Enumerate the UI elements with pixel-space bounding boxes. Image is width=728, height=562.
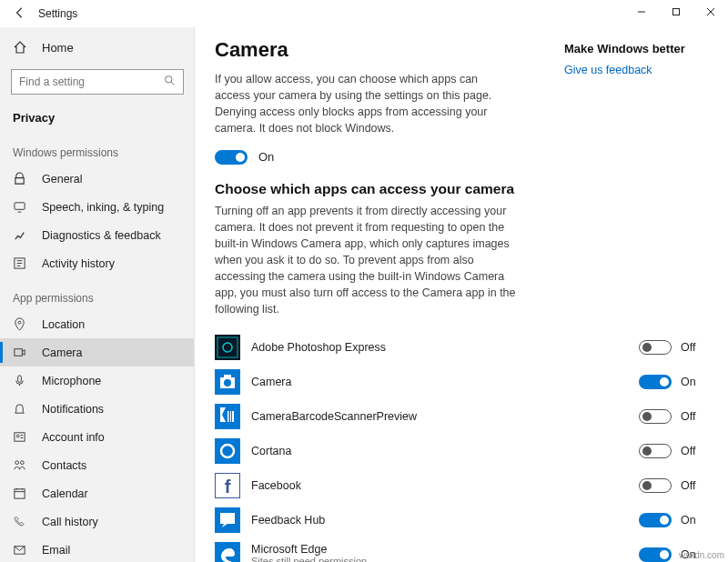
title-bar: Settings [0,0,728,27]
svg-point-13 [15,461,19,465]
svg-point-12 [16,435,19,437]
app-name: Cortana [251,445,630,457]
app-row: Adobe Photoshop ExpressOff [215,330,708,365]
speech-icon [13,200,29,214]
svg-point-4 [166,76,172,83]
svg-point-14 [20,461,24,465]
app-toggle[interactable] [639,444,672,458]
sidebar-item-label: Call history [42,516,98,528]
back-button[interactable] [7,6,33,22]
home-link[interactable]: Home [0,35,195,60]
app-name: CameraBarcodeScannerPreview [251,410,630,423]
sidebar-item-activity-history[interactable]: Activity history [0,249,195,277]
app-toggle-state: Off [681,341,708,354]
main-content: Camera If you allow access, you can choo… [195,27,728,562]
sidebar-item-contacts[interactable]: Contacts [0,451,195,479]
app-icon [215,507,240,533]
choose-apps-heading: Choose which apps can access your camera [215,181,708,197]
mic-icon [13,374,29,387]
svg-rect-1 [673,9,680,15]
svg-rect-27 [232,411,234,422]
sidebar-item-label: Speech, inking, & typing [42,201,164,214]
svg-rect-28 [215,438,240,464]
sidebar-item-label: General [42,173,82,186]
sidebar-item-microphone[interactable]: Microphone [0,366,195,395]
search-input[interactable] [19,75,164,88]
home-label: Home [42,41,74,55]
svg-rect-10 [18,376,22,383]
svg-rect-6 [15,203,25,210]
svg-rect-33 [220,513,235,524]
sidebar-item-label: Activity history [42,257,115,270]
app-name: Feedback Hub [251,514,630,527]
sidebar-item-location[interactable]: Location [0,310,195,338]
app-toggle[interactable] [639,478,672,493]
app-toggle-state: Off [681,479,708,492]
svg-rect-25 [228,411,229,422]
app-icon [215,404,240,429]
app-row: Microsoft EdgeSites still need permissio… [215,537,708,562]
close-button[interactable] [693,0,728,27]
app-icon: f [215,473,240,498]
notif-icon [13,402,29,416]
search-icon [164,75,176,89]
sidebar-item-label: Location [42,318,85,331]
sidebar-item-notifications[interactable]: Notifications [0,395,195,423]
svg-rect-9 [15,349,22,356]
app-row: CortanaOff [215,434,708,468]
calendar-icon [13,487,29,500]
diag-icon [13,228,29,242]
app-toggle[interactable] [639,340,672,355]
current-section: Privacy [0,104,195,132]
account-icon [13,430,29,444]
feedback-link[interactable]: Give us feedback [564,64,652,76]
sidebar-item-calendar[interactable]: Calendar [0,479,195,507]
sidebar: Home Privacy Windows permissions General… [0,27,195,562]
sidebar-item-label: Account info [42,431,105,444]
app-toggle[interactable] [639,409,672,424]
sidebar-item-label: Camera [42,346,82,359]
sidebar-item-general[interactable]: General [0,165,195,193]
search-box[interactable] [11,69,184,95]
svg-rect-26 [230,411,231,422]
sidebar-item-speech-inking-typing[interactable]: Speech, inking, & typing [0,193,195,221]
svg-text:f: f [225,477,231,497]
app-row: CameraOn [215,365,708,399]
app-name: Camera [251,376,630,388]
svg-point-8 [18,321,21,324]
maximize-button[interactable] [659,0,693,27]
app-subtext: Sites still need permission [251,556,630,562]
svg-rect-17 [215,335,240,360]
home-icon [13,40,29,55]
svg-rect-23 [224,375,231,377]
minimize-button[interactable] [624,0,659,27]
svg-line-5 [171,82,174,85]
app-row: fFacebookOff [215,468,708,503]
group-header: App permissions [0,277,195,310]
sidebar-item-call-history[interactable]: Call history [0,507,195,536]
app-icon [215,335,240,360]
call-icon [13,515,29,528]
sidebar-item-label: Notifications [42,403,104,416]
sidebar-item-account-info[interactable]: Account info [0,423,195,451]
app-toggle[interactable] [639,375,672,389]
sidebar-item-label: Diagnostics & feedback [42,229,161,242]
sidebar-item-label: Contacts [42,459,86,472]
sidebar-item-diagnostics-feedback[interactable]: Diagnostics & feedback [0,221,195,249]
app-toggle[interactable] [639,547,672,562]
sidebar-item-email[interactable]: Email [0,536,195,562]
location-icon [13,317,29,331]
camera-access-toggle[interactable] [215,150,248,165]
app-icon [215,438,240,464]
sidebar-item-label: Email [42,544,70,557]
app-row: Feedback HubOn [215,503,708,537]
access-description: If you allow access, you can choose whic… [215,71,515,137]
svg-point-22 [224,379,231,386]
app-name: Microsoft EdgeSites still need permissio… [251,543,630,562]
email-icon [13,543,29,557]
app-name: Facebook [251,479,630,492]
app-row: CameraBarcodeScannerPreviewOff [215,399,708,434]
activity-icon [13,256,29,270]
app-toggle[interactable] [639,513,672,527]
sidebar-item-camera[interactable]: Camera [0,338,195,366]
